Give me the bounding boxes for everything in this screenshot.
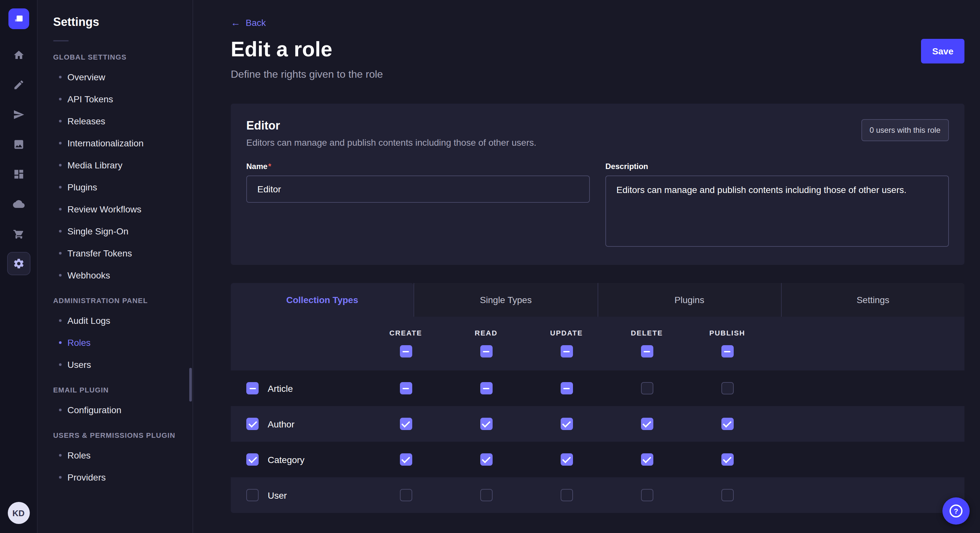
media-library-icon[interactable]: [7, 133, 30, 156]
save-button[interactable]: Save: [921, 39, 964, 63]
column-label: DELETE: [631, 329, 663, 337]
tab-settings[interactable]: Settings: [781, 283, 965, 317]
settings-icon[interactable]: [7, 252, 30, 275]
sidebar-item-internationalization[interactable]: Internationalization: [38, 132, 192, 154]
sidebar-item-label: Overview: [67, 72, 105, 82]
bullet-dot-icon: [59, 252, 62, 254]
column-read: READ: [446, 329, 526, 357]
select-all-publish-checkbox[interactable]: [721, 345, 733, 357]
sidebar-scrollbar-thumb[interactable]: [189, 368, 192, 401]
permission-checkbox-create[interactable]: [399, 382, 412, 394]
title-divider: [53, 40, 69, 41]
sidebar-item-users[interactable]: Users: [38, 354, 192, 376]
marketplace-icon[interactable]: [7, 222, 30, 246]
permission-checkbox-create[interactable]: [399, 418, 412, 430]
help-button[interactable]: ?: [942, 497, 970, 525]
sidebar-item-roles[interactable]: Roles: [38, 332, 192, 354]
row-label: Category: [268, 454, 305, 465]
row-label: Author: [268, 419, 294, 429]
bullet-dot-icon: [59, 120, 62, 122]
content-type-builder-icon[interactable]: [7, 163, 30, 186]
column-label: READ: [475, 329, 498, 337]
permission-checkbox-delete[interactable]: [641, 382, 653, 394]
sidebar-item-single-sign-on[interactable]: Single Sign-On: [38, 220, 192, 242]
section-label: EMAIL PLUGIN: [38, 376, 192, 399]
permission-checkbox-read[interactable]: [480, 489, 492, 501]
home-icon[interactable]: [7, 43, 30, 67]
sidebar-item-overview[interactable]: Overview: [38, 66, 192, 88]
permission-checkbox-update[interactable]: [560, 453, 573, 466]
permission-checkbox-update[interactable]: [560, 418, 573, 430]
row-label: Article: [268, 383, 293, 393]
description-textarea[interactable]: Editors can manage and publish contents …: [605, 176, 949, 247]
content-manager-icon[interactable]: [7, 73, 30, 97]
sidebar-item-api-tokens[interactable]: API Tokens: [38, 88, 192, 110]
sidebar-item-label: Audit Logs: [67, 316, 110, 326]
releases-icon[interactable]: [7, 103, 30, 126]
select-all-update-checkbox[interactable]: [560, 345, 573, 357]
permission-checkbox-publish[interactable]: [721, 489, 733, 501]
sidebar-item-review-workflows[interactable]: Review Workflows: [38, 198, 192, 220]
permission-checkbox-publish[interactable]: [721, 418, 733, 430]
name-input[interactable]: [246, 176, 590, 203]
sidebar-item-plugins[interactable]: Plugins: [38, 176, 192, 198]
permission-checkbox-read[interactable]: [480, 418, 492, 430]
permission-checkbox-create[interactable]: [399, 489, 412, 501]
section-administration-panel: ADMINISTRATION PANEL Audit Logs Roles Us…: [38, 286, 192, 376]
permission-checkbox-delete[interactable]: [641, 489, 653, 501]
select-all-read-checkbox[interactable]: [480, 345, 492, 357]
row-label-cell: Author: [231, 418, 366, 430]
permission-checkbox-create[interactable]: [399, 453, 412, 466]
name-field-group: Name*: [246, 162, 590, 249]
column-label: UPDATE: [550, 329, 583, 337]
permission-checkbox-delete[interactable]: [641, 453, 653, 466]
section-label: USERS & PERMISSIONS PLUGIN: [38, 421, 192, 444]
strapi-logo[interactable]: [8, 8, 29, 29]
sidebar-item-transfer-tokens[interactable]: Transfer Tokens: [38, 242, 192, 264]
page-header: Edit a role Define the rights given to t…: [231, 38, 964, 80]
users-count-badge: 0 users with this role: [861, 119, 949, 141]
table-row-author: Author: [231, 406, 964, 442]
required-asterisk: *: [268, 162, 271, 171]
role-form-fields: Name* Description Editors can manage and…: [246, 162, 949, 249]
select-all-create-checkbox[interactable]: [399, 345, 412, 357]
column-create: CREATE: [366, 329, 446, 357]
permission-checkbox-read[interactable]: [480, 382, 492, 394]
help-icon: ?: [950, 504, 963, 517]
back-link[interactable]: ← Back: [231, 17, 266, 27]
app-window: KD Settings GLOBAL SETTINGS Overview API…: [0, 0, 980, 533]
tab-collection-types[interactable]: Collection Types: [231, 283, 414, 317]
sidebar-item-label: Users: [67, 359, 91, 370]
name-label-text: Name: [246, 162, 267, 171]
permissions-tabs: Collection Types Single Types Plugins Se…: [231, 283, 964, 317]
sidebar-item-releases[interactable]: Releases: [38, 110, 192, 132]
permission-checkbox-delete[interactable]: [641, 418, 653, 430]
row-select-checkbox[interactable]: [246, 382, 259, 394]
row-select-checkbox[interactable]: [246, 489, 259, 501]
sidebar-item-providers[interactable]: Providers: [38, 466, 192, 488]
sidebar-item-up-roles[interactable]: Roles: [38, 444, 192, 466]
select-all-delete-checkbox[interactable]: [641, 345, 653, 357]
permission-checkbox-publish[interactable]: [721, 382, 733, 394]
page-title: Edit a role: [231, 38, 383, 62]
permission-checkbox-update[interactable]: [560, 489, 573, 501]
permission-checkbox-read[interactable]: [480, 453, 492, 466]
row-select-checkbox[interactable]: [246, 418, 259, 430]
tab-single-types[interactable]: Single Types: [414, 283, 598, 317]
row-select-checkbox[interactable]: [246, 453, 259, 466]
sidebar-item-media-library[interactable]: Media Library: [38, 154, 192, 176]
sidebar-item-label: Roles: [67, 450, 91, 460]
sidebar-item-audit-logs[interactable]: Audit Logs: [38, 309, 192, 332]
bullet-dot-icon: [59, 319, 62, 322]
sidebar-item-webhooks[interactable]: Webhooks: [38, 264, 192, 286]
permission-checkbox-publish[interactable]: [721, 453, 733, 466]
deploy-icon[interactable]: [7, 192, 30, 216]
sidebar-item-configuration[interactable]: Configuration: [38, 399, 192, 421]
column-publish: PUBLISH: [687, 329, 767, 357]
bullet-dot-icon: [59, 208, 62, 211]
bullet-dot-icon: [59, 230, 62, 233]
user-avatar[interactable]: KD: [8, 502, 30, 524]
permission-checkbox-update[interactable]: [560, 382, 573, 394]
tab-plugins[interactable]: Plugins: [597, 283, 781, 317]
role-name-heading: Editor: [246, 119, 536, 133]
